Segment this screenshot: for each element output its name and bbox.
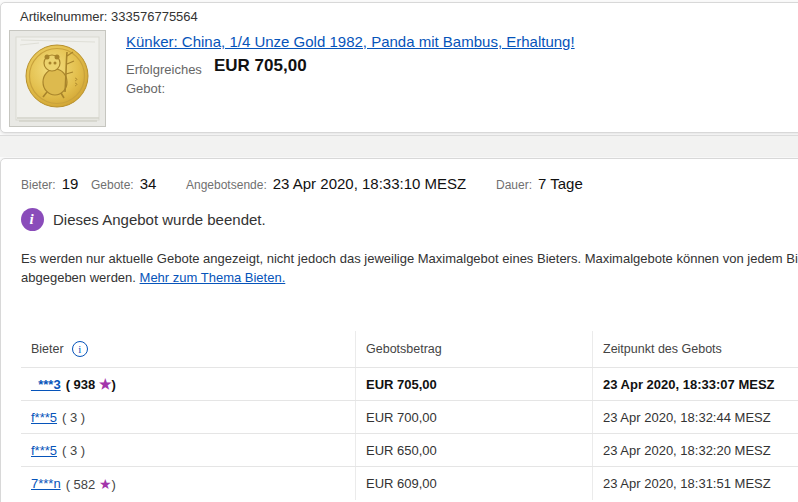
- bid-amount: EUR 700,00: [356, 401, 593, 433]
- bidder-info-icon[interactable]: i: [72, 341, 88, 357]
- stat-gebote: Gebote: 34: [91, 175, 156, 192]
- gold-panda-coin-image: [9, 30, 106, 127]
- bid-history-card: Bieter: 19 Gebote: 34 Angebotsende: 23 A…: [0, 158, 798, 502]
- bidder-link[interactable]: _***3: [31, 377, 61, 392]
- item-number-value: 333576775564: [111, 9, 198, 24]
- stat-gebote-value: 34: [140, 175, 157, 192]
- bidder-cell: f***5 ( 3 ): [21, 434, 356, 466]
- bid-row: _***3 ( 938 ★) EUR 705,00 23 Apr 2020, 1…: [21, 368, 798, 401]
- bidder-cell: 7***n ( 582 ★): [21, 467, 356, 500]
- bid-explanation: Es werden nur aktuelle Gebote angezeigt,…: [21, 249, 798, 287]
- bid-explanation-line1: Es werden nur aktuelle Gebote angezeigt,…: [21, 249, 798, 268]
- bidder-link[interactable]: f***5: [31, 410, 57, 425]
- header-time: Zeitpunkt des Gebots: [593, 342, 798, 356]
- bid-row: f***5 ( 3 ) EUR 700,00 23 Apr 2020, 18:3…: [21, 401, 798, 434]
- bidder-link[interactable]: f***5: [31, 443, 57, 458]
- stat-dauer: Dauer: 7 Tage: [496, 175, 583, 192]
- item-number-line: Artikelnummer: 333576775564: [20, 9, 198, 24]
- stat-dauer-label: Dauer:: [496, 178, 532, 192]
- item-thumbnail: [9, 30, 106, 127]
- bid-row: f***5 ( 3 ) EUR 650,00 23 Apr 2020, 18:3…: [21, 434, 798, 467]
- bid-time: 23 Apr 2020, 18:33:07 MESZ: [593, 377, 798, 392]
- bidder-feedback: ( 3 ): [62, 443, 85, 458]
- bid-time: 23 Apr 2020, 18:32:44 MESZ: [593, 410, 798, 425]
- bidder-cell: _***3 ( 938 ★): [21, 368, 356, 400]
- feedback-star-icon: ★: [99, 376, 112, 392]
- stat-gebote-label: Gebote:: [91, 178, 134, 192]
- bidder-feedback: ( 938 ★): [66, 376, 116, 392]
- bid-time: 23 Apr 2020, 18:32:20 MESZ: [593, 443, 798, 458]
- bid-table-body: _***3 ( 938 ★) EUR 705,00 23 Apr 2020, 1…: [21, 368, 798, 500]
- stat-bieter-value: 19: [62, 175, 79, 192]
- bidder-cell: f***5 ( 3 ): [21, 401, 356, 433]
- header-amount: Gebotsbetrag: [356, 331, 593, 367]
- stat-angebotsende-value: 23 Apr 2020, 18:33:10 MESZ: [273, 175, 466, 192]
- bid-explanation-line2: abgegeben werden.: [21, 270, 136, 285]
- header-bidder: Bieter i: [21, 331, 356, 367]
- stat-angebotsende-label: Angebotsende:: [186, 178, 267, 192]
- header-bidder-label: Bieter: [31, 342, 64, 356]
- bidder-feedback: ( 582 ★): [66, 476, 116, 492]
- bidder-feedback: ( 3 ): [62, 410, 85, 425]
- stat-dauer-value: 7 Tage: [538, 175, 583, 192]
- bid-amount: EUR 609,00: [356, 467, 593, 500]
- bid-time: 23 Apr 2020, 18:31:51 MESZ: [593, 476, 798, 491]
- more-about-bidding-link[interactable]: Mehr zum Thema Bieten.: [140, 270, 286, 285]
- item-summary-card: Artikelnummer: 333576775564: [0, 2, 798, 133]
- bid-amount: EUR 650,00: [356, 434, 593, 466]
- bidder-link[interactable]: 7***n: [31, 476, 61, 491]
- stat-bieter-label: Bieter:: [21, 178, 56, 192]
- bid-table-header: Bieter i Gebotsbetrag Zeitpunkt des Gebo…: [21, 331, 798, 368]
- item-title-link[interactable]: Künker: China, 1/4 Unze Gold 1982, Panda…: [126, 33, 575, 50]
- bid-row: 7***n ( 582 ★) EUR 609,00 23 Apr 2020, 1…: [21, 467, 798, 500]
- info-icon: i: [21, 208, 44, 231]
- auction-ended-text: Dieses Angebot wurde beendet.: [53, 211, 266, 228]
- winning-bid-amount: EUR 705,00: [214, 56, 307, 76]
- bid-amount: EUR 705,00: [356, 368, 593, 400]
- stat-bieter: Bieter: 19: [21, 175, 78, 192]
- auction-ended-notice: i Dieses Angebot wurde beendet.: [21, 208, 266, 231]
- feedback-star-icon: ★: [99, 476, 112, 492]
- stat-angebotsende: Angebotsende: 23 Apr 2020, 18:33:10 MESZ: [186, 175, 466, 192]
- item-number-label: Artikelnummer:: [20, 9, 107, 24]
- winning-bid-label: Erfolgreiches Gebot:: [126, 60, 218, 98]
- bid-table: Bieter i Gebotsbetrag Zeitpunkt des Gebo…: [21, 331, 798, 500]
- section-divider: [0, 135, 798, 157]
